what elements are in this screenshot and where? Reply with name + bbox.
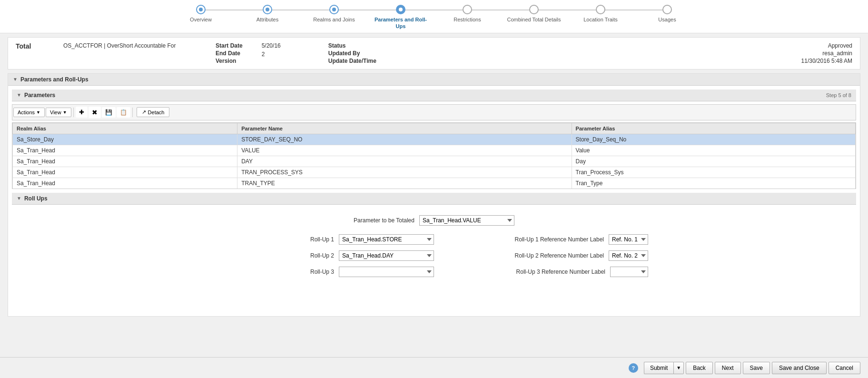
- save-close-button[interactable]: Save and Close: [772, 362, 827, 374]
- parent-collapse-arrow[interactable]: ▼: [13, 77, 18, 82]
- step-label-combined-total: Combined Total Details: [507, 16, 561, 23]
- step-label-realms-joins: Realms and Joins: [313, 16, 355, 23]
- toolbar-separator-1: [73, 108, 74, 117]
- rollup1-ref-label: Roll-Up 1 Reference Number Label: [515, 236, 604, 243]
- export-button[interactable]: 💾: [102, 107, 116, 118]
- wizard-step-overview[interactable]: Overview: [168, 5, 234, 23]
- svg-point-1: [266, 8, 269, 11]
- step-circle-overview: [196, 5, 206, 14]
- view-button[interactable]: View ▼: [46, 108, 71, 117]
- cancel-button[interactable]: Cancel: [829, 362, 860, 374]
- table-cell-realm_alias: Sa_Store_Day: [13, 134, 237, 145]
- end-date-label: End Date: [216, 50, 243, 57]
- rollup2-ref-label: Roll-Up 2 Reference Number Label: [515, 252, 604, 259]
- save-button[interactable]: Save: [743, 362, 770, 374]
- rollups-collapse-arrow[interactable]: ▼: [17, 196, 21, 201]
- parameters-table-scroll[interactable]: Realm Alias Parameter Name Parameter Ali…: [12, 122, 856, 189]
- toolbar-separator-2: [132, 108, 133, 117]
- rollup-grid: Roll-Up 1 Sa_Tran_Head.STORE Roll-Up 2 S…: [220, 234, 648, 283]
- table-cell-parameter_name: TRAN_TYPE: [237, 178, 572, 189]
- table-row[interactable]: Sa_Tran_HeadDAYDay: [13, 156, 856, 167]
- parent-section-header: ▼ Parameters and Roll-Ups: [8, 74, 860, 86]
- rollup1-ref-select[interactable]: Ref. No. 1: [609, 234, 648, 245]
- table-row[interactable]: Sa_Store_DaySTORE_DAY_SEQ_NOStore_Day_Se…: [13, 134, 856, 145]
- table-cell-realm_alias: Sa_Tran_Head: [13, 178, 237, 189]
- wizard-step-combined-total[interactable]: Combined Total Details: [501, 5, 567, 23]
- detach-label: Detach: [148, 109, 165, 115]
- table-row[interactable]: Sa_Tran_HeadTRAN_PROCESS_SYSTran_Process…: [13, 167, 856, 178]
- table-cell-parameter_name: TRAN_PROCESS_SYS: [237, 167, 572, 178]
- wizard-step-restrictions[interactable]: Restrictions: [434, 5, 501, 23]
- step-label-location-traits: Location Traits: [583, 16, 618, 23]
- table-cell-parameter_name: DAY: [237, 156, 572, 167]
- detach-button[interactable]: ↗ Detach: [137, 107, 170, 117]
- total-label: Total: [16, 42, 44, 50]
- help-button[interactable]: ?: [629, 363, 638, 373]
- next-button[interactable]: Next: [715, 362, 741, 374]
- svg-point-2: [332, 8, 336, 11]
- view-arrow-icon: ▼: [63, 110, 67, 115]
- rollup3-ref-row: Roll-Up 3 Reference Number Label: [434, 267, 648, 277]
- table-row[interactable]: Sa_Tran_HeadVALUEValue: [13, 145, 856, 156]
- svg-point-3: [399, 8, 403, 11]
- info-bar: Total OS_ACCTFOR | OverShort Accountable…: [8, 37, 860, 70]
- col-parameter-alias: Parameter Alias: [572, 123, 855, 134]
- wizard-step-location-traits[interactable]: Location Traits: [567, 5, 634, 23]
- actions-button[interactable]: Actions ▼: [13, 108, 45, 117]
- back-button[interactable]: Back: [686, 362, 713, 374]
- rollup1-select[interactable]: Sa_Tran_Head.STORE: [339, 234, 434, 245]
- submit-button[interactable]: Submit: [644, 362, 673, 374]
- param-totaled-select[interactable]: Sa_Tran_Head.VALUE: [419, 215, 514, 226]
- col-parameter-name: Parameter Name: [237, 123, 572, 134]
- update-datetime-label: Update Date/Time: [328, 58, 376, 64]
- parent-section-title: Parameters and Roll-Ups: [20, 76, 89, 83]
- updated-by-val: resa_admin: [801, 50, 852, 57]
- status-label: Status: [328, 42, 376, 49]
- table-cell-parameter_name: STORE_DAY_SEQ_NO: [237, 134, 572, 145]
- table-row[interactable]: Sa_Tran_HeadTRAN_TYPETran_Type: [13, 178, 856, 189]
- status-group-labels: Status Updated By Update Date/Time: [328, 42, 376, 64]
- wizard-steps: OverviewAttributesRealms and JoinsParame…: [168, 5, 700, 30]
- view-label: View: [50, 109, 61, 115]
- parameters-title: Parameters: [24, 92, 55, 99]
- wizard-step-realms-joins[interactable]: Realms and Joins: [301, 5, 367, 23]
- rollups-section-header: ▼ Roll Ups: [12, 193, 856, 205]
- step-circle-realms-joins: [329, 5, 339, 14]
- rollup3-ref-label: Roll-Up 3 Reference Number Label: [516, 269, 605, 275]
- step-circle-restrictions: [463, 5, 472, 14]
- rollup2-ref-row: Roll-Up 2 Reference Number Label Ref. No…: [434, 250, 648, 261]
- step-label-attributes: Attributes: [256, 16, 278, 23]
- update-datetime-val: 11/30/2016 5:48 AM: [801, 58, 852, 64]
- table-header-row: Realm Alias Parameter Name Parameter Ali…: [13, 123, 856, 134]
- rollup1-ref-row: Roll-Up 1 Reference Number Label Ref. No…: [434, 234, 648, 245]
- actions-label: Actions: [18, 109, 35, 115]
- save-table-button[interactable]: 📋: [117, 107, 130, 118]
- rollups-title: Roll Ups: [24, 195, 48, 202]
- rollup3-ref-select[interactable]: [610, 267, 648, 277]
- table-cell-parameter_alias: Day: [572, 156, 855, 167]
- updated-by-label: Updated By: [328, 50, 376, 57]
- rollup2-select[interactable]: Sa_Tran_Head.DAY: [339, 250, 434, 261]
- add-row-button[interactable]: ✚: [76, 107, 88, 118]
- table-cell-parameter_alias: Store_Day_Seq_No: [572, 134, 855, 145]
- rollup3-select[interactable]: [339, 267, 434, 277]
- rollup2-ref-select[interactable]: Ref. No. 2: [609, 250, 648, 261]
- step-circle-attributes: [263, 5, 272, 14]
- submit-arrow-button[interactable]: ▼: [673, 362, 684, 374]
- rollup2-row: Roll-Up 2 Sa_Tran_Head.DAY: [220, 250, 434, 261]
- wizard-step-parameters-rollups[interactable]: Parameters and Roll-Ups: [367, 5, 434, 30]
- step-circle-usages: [662, 5, 672, 14]
- param-totaled-label: Parameter to be Totaled: [354, 217, 414, 224]
- svg-point-0: [199, 8, 203, 11]
- wizard-step-usages[interactable]: Usages: [634, 5, 700, 23]
- main-content: ▼ Parameters and Roll-Ups ▼ Parameters S…: [8, 73, 860, 317]
- params-collapse-arrow[interactable]: ▼: [17, 92, 21, 98]
- step-circle-location-traits: [596, 5, 605, 14]
- table-cell-parameter_alias: Tran_Process_Sys: [572, 167, 855, 178]
- step-label-restrictions: Restrictions: [454, 16, 481, 23]
- parameters-section: ▼ Parameters Step 5 of 8 Actions ▼ View …: [8, 86, 860, 193]
- col-realm-alias: Realm Alias: [13, 123, 237, 134]
- wizard-step-attributes[interactable]: Attributes: [234, 5, 301, 23]
- delete-row-button[interactable]: ✖: [89, 107, 101, 118]
- footer: ? Submit ▼ Back Next Save Save and Close…: [0, 357, 868, 378]
